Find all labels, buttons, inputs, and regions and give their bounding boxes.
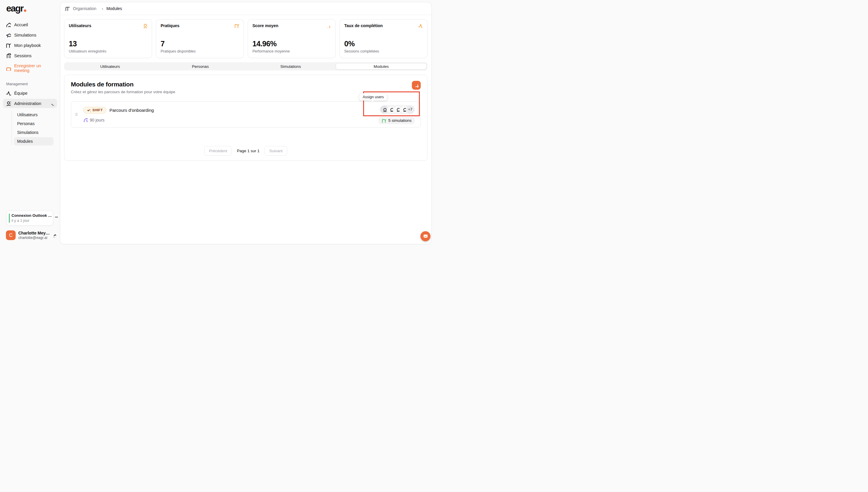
chevron-right-icon xyxy=(99,7,103,10)
bar-chart-icon xyxy=(326,23,331,28)
stat-value: 7 xyxy=(161,40,239,48)
plus-icon xyxy=(414,83,419,88)
page-indicator: Page 1 sur 1 xyxy=(237,149,259,153)
stat-subtitle: Sessions complétées xyxy=(344,49,423,53)
assign-users-tooltip: Assign users xyxy=(359,93,388,101)
next-page-button[interactable]: Suivant xyxy=(264,146,287,156)
tab-simulations[interactable]: Simulations xyxy=(245,63,336,70)
users-icon xyxy=(143,23,147,28)
stat-value: 13 xyxy=(69,40,147,48)
user-name: Charlotte Mey… xyxy=(18,231,49,236)
user-menu[interactable]: C Charlotte Mey… charlotte@eagr.ai xyxy=(6,230,56,240)
main-panel: Organisation Modules Utilisateurs 13 Uti… xyxy=(60,2,432,244)
stat-title: Utilisateurs xyxy=(69,23,91,28)
sidebar-item-record-meeting[interactable]: Enregistrer un meeting xyxy=(3,62,57,75)
assigned-users-cluster[interactable]: +7 xyxy=(380,105,415,114)
more-users-badge[interactable]: +7 xyxy=(406,105,414,114)
tabs-bar: Utilisateurs Personas Simulations Module… xyxy=(64,62,427,71)
toast-timestamp: il y a 1 jour xyxy=(11,219,50,223)
breadcrumb-parent[interactable]: Organisation xyxy=(73,6,96,11)
list-checks-icon xyxy=(87,108,91,112)
chat-bubble-icon xyxy=(423,233,428,239)
sidebar-subitem-simulations[interactable]: Simulations xyxy=(14,128,53,137)
logo-dot xyxy=(24,9,26,12)
sidebar-item-sessions[interactable]: Sessions xyxy=(3,51,57,60)
user-email: charlotte@eagr.ai xyxy=(18,236,49,240)
pagination: Précédent Page 1 sur 1 Suivant xyxy=(64,146,427,156)
eagr-logo[interactable]: eagr xyxy=(6,5,60,13)
users-icon xyxy=(6,101,11,106)
sidebar-toggle-icon[interactable] xyxy=(65,6,70,11)
sidebar-section-management: Management xyxy=(6,82,60,86)
subnav-indent-line xyxy=(11,110,12,145)
sidebar-item-accueil[interactable]: Accueil xyxy=(3,20,57,29)
home-icon xyxy=(6,22,11,27)
breadcrumb-current: Modules xyxy=(106,6,122,11)
stat-title: Score moyen xyxy=(253,23,278,28)
user-icon xyxy=(401,107,406,112)
stat-title: Pratiques xyxy=(161,23,180,28)
administration-subnav: Utilisateurs Personas Simulations Module… xyxy=(3,110,57,146)
sidebar-item-label: Enregistrer un meeting xyxy=(14,64,54,73)
topbar: Organisation Modules xyxy=(60,2,431,15)
tab-modules[interactable]: Modules xyxy=(336,63,427,70)
user-icon xyxy=(389,107,393,112)
stat-card-taux-completion: Taux de complétion 0% Sessions complétée… xyxy=(339,19,427,58)
stat-card-utilisateurs: Utilisateurs 13 Utilisateurs enregistrés xyxy=(64,19,152,58)
stats-row: Utilisateurs 13 Utilisateurs enregistrés… xyxy=(64,19,427,58)
clipboard-list-icon xyxy=(6,53,11,58)
sidebar: eagr Accueil Simulations Mon playbook Se… xyxy=(0,0,60,246)
avatar: C xyxy=(6,230,16,240)
user-plus-icon xyxy=(382,107,386,112)
previous-page-button[interactable]: Précédent xyxy=(204,146,232,156)
module-title: Parcours d'onboarding xyxy=(110,108,154,113)
tab-utilisateurs[interactable]: Utilisateurs xyxy=(65,63,155,70)
sidebar-item-label: Équipe xyxy=(14,91,27,96)
clock-icon xyxy=(83,118,88,122)
sidebar-subitem-personas[interactable]: Personas xyxy=(14,120,53,128)
activity-icon xyxy=(6,91,11,96)
module-duration: 90 jours xyxy=(83,118,154,122)
outlook-connection-toast: Connexion Outlook … il y a 1 jour xyxy=(6,211,53,226)
stat-subtitle: Pratiques disponibles xyxy=(161,49,239,53)
book-open-icon xyxy=(382,118,386,123)
drag-handle-icon[interactable] xyxy=(74,112,78,117)
sidebar-subitem-utilisateurs[interactable]: Utilisateurs xyxy=(14,110,53,119)
sidebar-item-simulations[interactable]: Simulations xyxy=(3,30,57,40)
user-icon xyxy=(395,107,399,112)
book-open-icon xyxy=(6,43,11,48)
chat-launcher-button[interactable] xyxy=(420,231,430,241)
simulations-count-badge[interactable]: 5 simulations xyxy=(378,117,415,124)
stat-subtitle: Utilisateurs enregistrés xyxy=(69,49,147,53)
video-camera-icon xyxy=(6,66,11,71)
add-module-button[interactable] xyxy=(412,81,421,90)
sidebar-management-nav: Équipe Administration Utilisateurs Perso… xyxy=(0,89,60,146)
tab-personas[interactable]: Personas xyxy=(155,63,245,70)
stat-value: 0% xyxy=(344,40,423,48)
page-title: Modules de formation xyxy=(71,81,175,88)
sidebar-item-label: Sessions xyxy=(14,53,31,58)
sidebar-item-equipe[interactable]: Équipe xyxy=(3,89,57,98)
toast-status-bar xyxy=(9,214,10,223)
stat-subtitle: Performance moyenne xyxy=(253,49,331,53)
page-content: Utilisateurs 13 Utilisateurs enregistrés… xyxy=(60,15,431,165)
sidebar-item-label: Accueil xyxy=(14,22,28,27)
toast-title: Connexion Outlook … xyxy=(11,213,52,218)
stat-card-score-moyen: Score moyen 14.96% Performance moyenne xyxy=(248,19,336,58)
activity-icon xyxy=(418,23,423,28)
chevrons-up-down-icon xyxy=(52,233,56,238)
minimize-icon[interactable] xyxy=(54,214,58,218)
logo-text: eagr xyxy=(6,5,23,13)
sidebar-item-mon-playbook[interactable]: Mon playbook xyxy=(3,41,57,50)
sidebar-nav: Accueil Simulations Mon playbook Session… xyxy=(0,20,60,75)
shift-badge: SHIFT xyxy=(83,107,106,114)
sidebar-item-label: Mon playbook xyxy=(14,43,41,48)
stat-title: Taux de complétion xyxy=(344,23,383,28)
modules-section-card: Modules de formation Créez et gérez les … xyxy=(64,75,427,161)
module-row[interactable]: SHIFT Parcours d'onboarding 90 jours xyxy=(71,101,421,128)
graduation-cap-icon xyxy=(6,32,11,38)
sidebar-item-label: Administration xyxy=(14,101,41,106)
sidebar-item-administration[interactable]: Administration xyxy=(3,99,57,108)
sidebar-subitem-modules[interactable]: Modules xyxy=(14,137,53,145)
sidebar-item-label: Simulations xyxy=(14,33,36,38)
